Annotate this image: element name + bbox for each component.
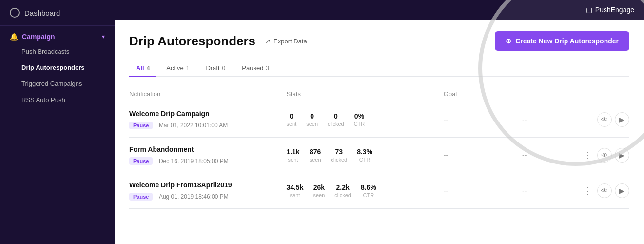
tab-all[interactable]: All 4 (129, 61, 156, 77)
bell-icon: 🔔 (10, 33, 18, 41)
stat-ctr-2: 8.6% CTR (361, 183, 376, 198)
campaign-date-0: Mar 01, 2022 10:01:00 AM (159, 122, 228, 129)
chevron-down-icon: ▾ (102, 33, 105, 40)
col-notification: Notification (129, 90, 286, 98)
create-drip-button[interactable]: ⊕ Create New Drip Autoresponder (495, 31, 629, 51)
stat-seen-1: 876 seen (310, 148, 321, 163)
filter-tabs: All 4 Active 1 Draft 0 Paused 3 (129, 61, 629, 77)
sidebar: Dashboard 🔔 Campaign ▾ Push Broadcasts D… (0, 0, 115, 244)
eye-button-0[interactable]: 👁 (597, 112, 612, 127)
monitor-icon: ▢ (586, 6, 592, 14)
campaign-name-1: Form Abandonment (129, 145, 286, 153)
eye-icon-1: 👁 (601, 151, 608, 159)
eye-icon-2: 👁 (601, 187, 608, 195)
page-header-left: Drip Autoresponders ↗ Export Data (129, 34, 307, 49)
stat-seen-2: 26k seen (313, 183, 325, 198)
stat-ctr-1: 8.3% CTR (357, 148, 372, 163)
campaign-badge-0: Pause (129, 122, 153, 129)
sidebar-item-rss-auto-push[interactable]: RSS Auto Push (0, 92, 115, 108)
campaign-date-1: Dec 16, 2019 18:05:00 PM (159, 158, 229, 164)
campaign-label: Campaign (22, 33, 55, 41)
sidebar-item-drip-autoresponders[interactable]: Drip Autoresponders (0, 60, 115, 76)
campaign-date-2: Aug 01, 2019 18:46:00 PM (159, 193, 229, 200)
eye-button-1[interactable]: 👁 (597, 148, 612, 163)
campaign-badge-1: Pause (129, 157, 153, 165)
campaign-actions-1: ⋮ 👁 ▶ (581, 148, 629, 163)
stat-sent-1: 1.1k sent (286, 148, 299, 163)
campaign-badge-2: Pause (129, 193, 153, 201)
campaign-info-2: Welcome Drip From18April2019 Pause Aug 0… (129, 181, 286, 201)
play-button-1[interactable]: ▶ (615, 148, 629, 163)
play-icon-0: ▶ (619, 116, 624, 123)
tab-draft[interactable]: Draft 0 (199, 61, 232, 77)
sidebar-item-push-broadcasts[interactable]: Push Broadcasts (0, 43, 115, 60)
topbar: ▢ PushEngage (115, 0, 644, 20)
campaign-goal2-1: -- (522, 151, 551, 159)
main-content: Drip Autoresponders ↗ Export Data ⊕ Crea… (115, 20, 644, 244)
stat-clicked-1: 73 clicked (331, 148, 348, 163)
campaign-stats-1: 1.1k sent 876 seen 73 clicked 8.3% CTR (286, 148, 443, 163)
col-stats: Stats (286, 90, 443, 98)
campaign-actions-0: 👁 ▶ (581, 112, 629, 127)
table-row: Form Abandonment Pause Dec 16, 2019 18:0… (129, 138, 629, 173)
campaign-goal1-0: -- (444, 116, 522, 123)
export-button[interactable]: ↗ Export Data (265, 38, 307, 45)
campaign-section-title: 🔔 Campaign (10, 33, 55, 41)
campaign-name-2: Welcome Drip From18April2019 (129, 181, 286, 189)
col-goal: Goal (444, 90, 522, 98)
campaign-goal2-2: -- (522, 187, 551, 195)
campaign-goal1-1: -- (444, 151, 522, 159)
sidebar-dashboard-link[interactable]: Dashboard (0, 0, 115, 26)
play-button-2[interactable]: ▶ (615, 183, 629, 198)
stat-sent-2: 34.5k sent (286, 183, 303, 198)
campaign-name-0: Welcome Drip Campaign (129, 110, 286, 118)
dashboard-label: Dashboard (24, 9, 60, 17)
stat-sent-0: 0 sent (286, 112, 296, 127)
campaign-info-0: Welcome Drip Campaign Pause Mar 01, 2022… (129, 110, 286, 129)
page-header: Drip Autoresponders ↗ Export Data ⊕ Crea… (129, 31, 629, 51)
tab-active[interactable]: Active 1 (159, 61, 196, 77)
campaign-info-1: Form Abandonment Pause Dec 16, 2019 18:0… (129, 145, 286, 165)
brand-name: PushEngage (595, 6, 634, 14)
brand-logo: ▢ PushEngage (586, 6, 634, 14)
plus-circle-icon: ⊕ (506, 37, 511, 45)
play-button-0[interactable]: ▶ (615, 112, 629, 127)
dashboard-icon (10, 8, 20, 18)
tab-paused[interactable]: Paused 3 (235, 61, 276, 77)
campaign-goal1-2: -- (444, 187, 522, 195)
campaign-section-header[interactable]: 🔔 Campaign ▾ (0, 26, 115, 43)
campaign-goal2-0: -- (522, 116, 551, 123)
table-row: Welcome Drip Campaign Pause Mar 01, 2022… (129, 102, 629, 138)
page-title: Drip Autoresponders (129, 34, 255, 49)
play-icon-1: ▶ (619, 151, 624, 159)
export-icon: ↗ (265, 38, 271, 45)
export-label: Export Data (273, 38, 307, 45)
table-header: Notification Stats Goal (129, 86, 629, 102)
eye-icon-0: 👁 (601, 116, 608, 123)
more-options-button-1[interactable]: ⋮ (582, 148, 594, 163)
eye-button-2[interactable]: 👁 (597, 183, 612, 198)
stat-clicked-0: 0 clicked (328, 112, 344, 127)
sidebar-nav: Push Broadcasts Drip Autoresponders Trig… (0, 43, 115, 113)
play-icon-2: ▶ (619, 187, 624, 195)
create-btn-label: Create New Drip Autoresponder (515, 37, 619, 45)
campaign-stats-0: 0 sent 0 seen 0 clicked 0% CTR (286, 112, 443, 127)
stat-seen-0: 0 seen (306, 112, 318, 127)
stat-ctr-0: 0% CTR (354, 112, 365, 127)
stat-clicked-2: 2.2k clicked (334, 183, 351, 198)
campaign-stats-2: 34.5k sent 26k seen 2.2k clicked 8.6% CT… (286, 183, 443, 198)
table-row: Welcome Drip From18April2019 Pause Aug 0… (129, 173, 629, 209)
campaign-actions-2: ⋮ 👁 ▶ (581, 183, 629, 198)
sidebar-item-triggered-campaigns[interactable]: Triggered Campaigns (0, 76, 115, 92)
more-options-button-2[interactable]: ⋮ (582, 183, 594, 198)
